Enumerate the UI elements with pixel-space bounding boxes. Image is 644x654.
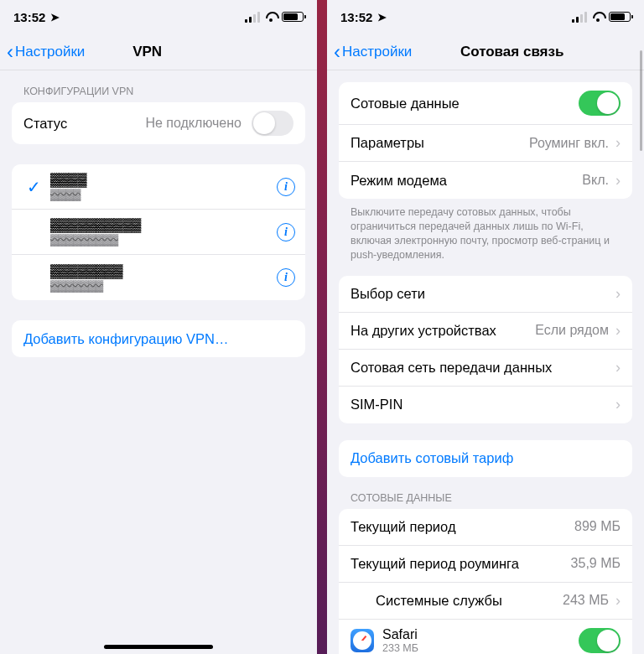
- phone-cellular: 13:52 ➤ ‹ Настройки Сотовая связь Сотовы…: [327, 0, 644, 654]
- vpn-config-row[interactable]: ▓▓▓▓▓▓▓▓ ▓▓▓▓▓▓▓ i: [12, 255, 305, 300]
- row-roaming-period: Текущий период роуминга 35,9 МБ: [339, 546, 632, 583]
- chevron-right-icon: ›: [615, 285, 621, 303]
- row-cellular-network[interactable]: Сотовая сеть передачи данных ›: [339, 350, 632, 387]
- row-hotspot[interactable]: Режим модема Вкл. ›: [339, 162, 632, 199]
- chevron-right-icon: ›: [615, 592, 621, 610]
- chevron-right-icon: ›: [615, 134, 621, 152]
- content: КОНФИГУРАЦИИ VPN Статус Не подключено ✓ …: [0, 70, 317, 654]
- cellular-signal-icon: [572, 12, 587, 23]
- section-header-configs: КОНФИГУРАЦИИ VPN: [0, 70, 317, 102]
- content: Сотовые данные Параметры Роуминг вкл. › …: [327, 70, 644, 654]
- vpn-config-title: ▓▓▓▓▓▓▓▓▓▓: [50, 217, 277, 232]
- row-app-safari[interactable]: Safari 233 МБ: [339, 620, 632, 655]
- chevron-left-icon: ‹: [7, 42, 13, 62]
- status-bar: 13:52 ➤: [327, 0, 644, 34]
- vpn-config-row[interactable]: ▓▓▓▓▓▓▓▓▓▓ ▓▓▓▓▓▓▓▓▓ i: [12, 210, 305, 255]
- group-data-usage: Текущий период 899 МБ Текущий период роу…: [339, 509, 632, 655]
- row-options[interactable]: Параметры Роуминг вкл. ›: [339, 125, 632, 162]
- row-cellular-data[interactable]: Сотовые данные: [339, 82, 632, 125]
- scrollbar[interactable]: [640, 50, 642, 151]
- add-vpn-config[interactable]: Добавить конфигурацию VPN…: [12, 320, 305, 357]
- cellular-footer-text: Выключите передачу сотовых данных, чтобы…: [327, 199, 644, 276]
- location-icon: ➤: [377, 11, 387, 23]
- row-status[interactable]: Статус Не подключено: [12, 102, 305, 144]
- info-icon[interactable]: i: [277, 223, 295, 241]
- vpn-config-subtitle: ▓▓▓▓▓▓▓▓▓: [50, 233, 277, 247]
- chevron-left-icon: ‹: [334, 42, 340, 62]
- add-cellular-plan[interactable]: Добавить сотовый тариф: [339, 440, 632, 477]
- section-header-data: СОТОВЫЕ ДАННЫЕ: [327, 477, 644, 509]
- chevron-right-icon: ›: [615, 172, 621, 189]
- vpn-config-row[interactable]: ✓ ▓▓▓▓ ▓▓▓▓ i: [12, 164, 305, 210]
- status-bar: 13:52 ➤: [0, 0, 317, 34]
- vpn-config-title: ▓▓▓▓▓▓▓▓: [50, 263, 277, 278]
- wifi-icon: [264, 12, 278, 22]
- location-icon: ➤: [50, 11, 60, 23]
- vpn-config-subtitle: ▓▓▓▓▓▓▓: [50, 279, 277, 293]
- chevron-right-icon: ›: [615, 359, 621, 376]
- battery-icon: [609, 12, 631, 22]
- group-network: Выбор сети › На других устройствах Если …: [339, 276, 632, 423]
- info-icon[interactable]: i: [277, 268, 295, 287]
- page-title: VPN: [34, 44, 260, 60]
- row-current-period: Текущий период 899 МБ: [339, 509, 632, 546]
- battery-icon: [282, 12, 304, 22]
- group-add-config: Добавить конфигурацию VPN…: [12, 320, 305, 357]
- wifi-icon: [591, 12, 605, 22]
- info-icon[interactable]: i: [277, 178, 295, 196]
- page-title: Сотовая связь: [395, 44, 629, 60]
- vpn-config-subtitle: ▓▓▓▓: [50, 188, 277, 201]
- cellular-data-toggle[interactable]: [579, 91, 621, 116]
- cellular-signal-icon: [245, 12, 260, 23]
- row-network-selection[interactable]: Выбор сети ›: [339, 276, 632, 313]
- status-time: 13:52: [340, 10, 372, 24]
- row-system-services[interactable]: Системные службы 243 МБ ›: [339, 583, 632, 620]
- chevron-right-icon: ›: [615, 322, 621, 340]
- nav-header: ‹ Настройки Сотовая связь: [327, 34, 644, 70]
- row-sim-pin[interactable]: SIM-PIN ›: [339, 387, 632, 423]
- nav-header: ‹ Настройки VPN: [0, 34, 317, 70]
- safari-icon: [351, 629, 374, 652]
- group-vpn-configs: ✓ ▓▓▓▓ ▓▓▓▓ i ▓▓▓▓▓▓▓▓▓▓ ▓▓▓▓▓▓▓▓▓ i ▓▓▓…: [12, 164, 305, 300]
- app-size: 233 МБ: [382, 642, 579, 654]
- safari-toggle[interactable]: [579, 628, 621, 653]
- app-name: Safari: [382, 627, 579, 642]
- status-toggle[interactable]: [252, 111, 293, 136]
- status-label: Статус: [23, 116, 145, 132]
- chevron-right-icon: ›: [615, 396, 621, 413]
- home-indicator[interactable]: [104, 645, 213, 649]
- phone-vpn: 13:52 ➤ ‹ Настройки VPN КОНФИГУРАЦИИ VPN…: [0, 0, 317, 654]
- checkmark-icon: ✓: [22, 177, 45, 197]
- group-add-plan: Добавить сотовый тариф: [339, 440, 632, 477]
- status-time: 13:52: [13, 10, 45, 24]
- group-status: Статус Не подключено: [12, 102, 305, 144]
- row-other-devices[interactable]: На других устройствах Если рядом ›: [339, 313, 632, 350]
- status-value: Не подключено: [145, 116, 242, 131]
- vpn-config-title: ▓▓▓▓: [50, 172, 277, 187]
- group-cellular-main: Сотовые данные Параметры Роуминг вкл. › …: [339, 82, 632, 199]
